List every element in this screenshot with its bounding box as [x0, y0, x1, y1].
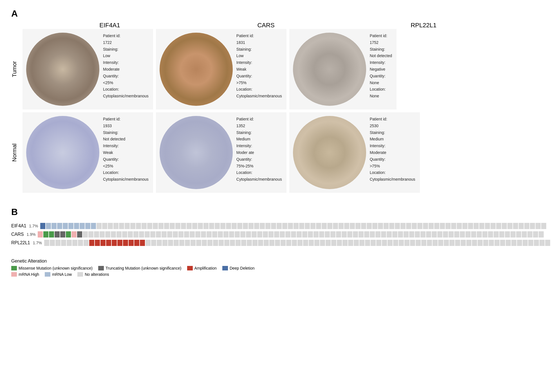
no-alt-label: No alterations	[85, 272, 109, 277]
track-cell	[337, 240, 342, 246]
track-cell	[179, 240, 184, 246]
truncating-label: Truncating Mutation (unknown significanc…	[106, 266, 182, 270]
track-cell	[395, 223, 400, 229]
track-cell	[409, 231, 414, 238]
track-cell	[85, 223, 90, 229]
track-cell	[291, 231, 296, 238]
track-cell	[215, 223, 220, 229]
section-b: B EIF4A1 1.7% CARS 1.9% RPL22L1 1.7% Gen…	[11, 207, 542, 283]
track-cell	[89, 240, 94, 246]
rpl22l1-tumor-info: Patient id:1752Staining:Not detectedInte…	[368, 31, 394, 101]
track-cell	[122, 231, 127, 238]
track-cell	[314, 231, 319, 238]
track-cars	[38, 231, 544, 238]
track-cell	[178, 231, 183, 238]
mrna-high-icon	[11, 272, 17, 277]
track-cell	[488, 231, 493, 238]
track-cell	[100, 231, 105, 238]
track-cell	[426, 231, 431, 238]
track-cell	[145, 240, 151, 246]
eif4a1-normal-panel: Patient id:1933Staining:Not detectedInte…	[23, 112, 153, 193]
track-cell	[207, 231, 212, 238]
truncating-icon	[98, 266, 104, 270]
track-cell	[128, 231, 133, 238]
track-cell	[252, 231, 257, 238]
track-cell	[119, 223, 124, 229]
track-cell	[111, 231, 116, 238]
track-cell	[212, 231, 217, 238]
track-cell	[243, 223, 248, 229]
track-cell	[202, 240, 207, 246]
track-cell	[77, 231, 82, 238]
rpl22l1-tumor-circle	[293, 33, 366, 106]
eif4a1-normal-circle	[26, 116, 99, 189]
legend-row-2: mRNA High mRNA Low No alterations	[11, 272, 542, 277]
track-cell	[288, 223, 293, 229]
track-cell	[404, 240, 409, 246]
track-cell	[361, 223, 366, 229]
track-cell	[322, 223, 327, 229]
track-cell	[57, 223, 62, 229]
track-rpl22l1	[44, 240, 550, 246]
track-cell	[150, 231, 155, 238]
track-cell	[533, 231, 538, 238]
legend-title: Genetic Alteration	[11, 259, 542, 264]
track-cell	[156, 231, 161, 238]
track-cell	[370, 231, 375, 238]
legend-amplification: Amplification	[187, 266, 217, 270]
track-cell	[371, 240, 376, 246]
track-cell	[412, 223, 417, 229]
track-cell	[280, 231, 285, 238]
track-cell	[365, 240, 370, 246]
track-cell	[219, 240, 224, 246]
pct-rpl22l1: 1.7%	[33, 241, 44, 245]
mrna-low-icon	[45, 272, 50, 277]
track-cell	[105, 231, 110, 238]
section-a: A EIF4A1 CARS RPL22L1 Tumor Patien	[11, 8, 542, 193]
rpl22l1-normal-circle	[293, 116, 366, 189]
track-cell	[145, 231, 150, 238]
pct-eif4a1: 1.7%	[29, 224, 40, 228]
mrna-high-label: mRNA High	[19, 272, 39, 277]
track-cell	[170, 223, 175, 229]
cars-normal-info: Patient id:1352Staining:MediumIntensity:…	[234, 115, 284, 184]
track-cell	[168, 240, 173, 246]
track-cell	[466, 240, 471, 246]
tumor-label: Tumor	[11, 61, 20, 77]
track-cell	[218, 231, 223, 238]
track-cell	[378, 223, 383, 229]
track-cell	[97, 223, 102, 229]
track-cell	[331, 240, 336, 246]
amplification-label: Amplification	[194, 266, 217, 270]
track-cell	[264, 240, 269, 246]
track-cell	[359, 231, 364, 238]
legend-deep-deletion: Deep Deletion	[222, 266, 255, 270]
track-cell	[427, 240, 432, 246]
track-cell	[162, 231, 167, 238]
track-cell	[437, 231, 442, 238]
track-cell	[151, 240, 156, 246]
legend-mrna-low: mRNA Low	[45, 272, 72, 277]
track-cell	[46, 223, 51, 229]
pct-cars: 1.9%	[26, 232, 38, 237]
track-cell	[350, 223, 355, 229]
track-cell	[50, 240, 55, 246]
track-cell	[359, 240, 364, 246]
track-cell	[113, 223, 118, 229]
cars-tumor-info: Patient id:1831Staining:LowIntensity:Wea…	[234, 31, 284, 101]
track-cell	[133, 231, 138, 238]
eif4a1-normal-image	[25, 115, 101, 191]
track-cell	[297, 231, 302, 238]
legend: Genetic Alteration Missense Mutation (un…	[11, 254, 542, 283]
track-cell	[55, 240, 61, 246]
track-cell	[336, 231, 341, 238]
track-cell	[499, 231, 504, 238]
track-cell	[44, 240, 49, 246]
deep-deletion-icon	[222, 266, 228, 270]
track-cell	[181, 223, 186, 229]
track-cell	[72, 240, 77, 246]
track-cell	[94, 231, 99, 238]
track-cell	[232, 223, 237, 229]
track-cell	[449, 231, 454, 238]
legend-mrna-high: mRNA High	[11, 272, 39, 277]
